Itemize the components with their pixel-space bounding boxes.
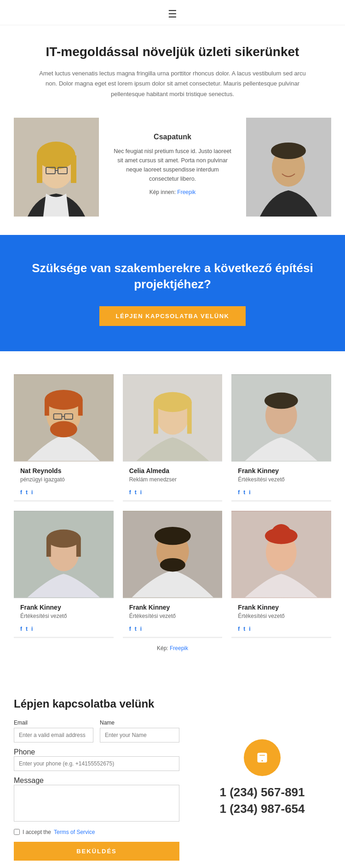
- message-label: Message: [14, 777, 44, 784]
- twitter-link-1[interactable]: t: [26, 489, 28, 496]
- svg-point-11: [271, 143, 306, 159]
- team-card-info-2: Celia Almeda Reklám menedzser: [123, 462, 223, 489]
- team-social-1: f t i: [14, 489, 114, 500]
- svg-rect-15: [45, 400, 49, 415]
- contact-form-column: Lépjen kapcsolatba velünk Email Name Pho…: [14, 697, 179, 861]
- twitter-link-2[interactable]: t: [135, 489, 137, 496]
- instagram-link-5[interactable]: i: [140, 626, 142, 632]
- team-card-photo-6: [231, 511, 331, 598]
- team-card-photo-4: [14, 511, 114, 598]
- header: ☰: [0, 0, 345, 25]
- team-intro-photo-right: [246, 118, 331, 217]
- terms-link[interactable]: Terms of Service: [54, 829, 95, 835]
- twitter-link-6[interactable]: t: [243, 626, 245, 632]
- team-source-link[interactable]: Freepik: [177, 189, 196, 195]
- facebook-link-6[interactable]: f: [238, 626, 240, 632]
- svg-rect-4: [37, 155, 42, 183]
- contact-heading: Lépjen kapcsolatba velünk: [14, 697, 179, 710]
- name-group: Name: [100, 720, 179, 742]
- phone-icon-circle: [244, 739, 281, 776]
- team-card-6: Frank Kinney Értékesítési vezető f t i: [231, 511, 331, 638]
- team-source-credit: Kép: Freepik: [14, 638, 331, 665]
- twitter-link-4[interactable]: t: [26, 626, 28, 632]
- instagram-link-2[interactable]: i: [140, 489, 142, 496]
- menu-icon[interactable]: ☰: [168, 8, 177, 20]
- team-card-photo-5: [123, 511, 223, 598]
- contact-section: Lépjen kapcsolatba velünk Email Name Pho…: [0, 679, 345, 868]
- email-input[interactable]: [14, 728, 93, 742]
- team-role-3: Értékesítési vezető: [238, 476, 325, 483]
- team-name-5: Frank Kinney: [129, 604, 216, 611]
- svg-point-14: [45, 390, 83, 410]
- submit-button[interactable]: BEKÜLDÉS: [14, 842, 179, 861]
- phone-input[interactable]: [14, 756, 179, 771]
- team-name-1: Nat Reynolds: [20, 467, 107, 474]
- facebook-link-5[interactable]: f: [129, 626, 131, 632]
- team-intro-section: Csapatunk Nec feugiat nisl pretium fusce…: [0, 113, 345, 235]
- team-center-heading: Csapatunk: [113, 133, 232, 141]
- facebook-link-1[interactable]: f: [20, 489, 22, 496]
- team-role-6: Értékesítési vezető: [238, 613, 325, 619]
- twitter-link-5[interactable]: t: [135, 626, 137, 632]
- team-social-3: f t i: [231, 489, 331, 500]
- team-card-info-6: Frank Kinney Értékesítési vezető: [231, 598, 331, 626]
- svg-point-17: [50, 421, 77, 437]
- team-center-description: Nec feugiat nisl pretium fusce id. Justo…: [113, 147, 232, 183]
- message-input[interactable]: [14, 785, 179, 822]
- team-card-photo-1: [14, 374, 114, 462]
- team-name-4: Frank Kinney: [20, 604, 107, 611]
- facebook-link-4[interactable]: f: [20, 626, 22, 632]
- svg-point-41: [271, 524, 291, 544]
- team-center-text: Csapatunk Nec feugiat nisl pretium fusce…: [99, 124, 246, 211]
- team-role-5: Értékesítési vezető: [129, 613, 216, 619]
- team-card-photo-2: [123, 374, 223, 462]
- team-social-4: f t i: [14, 626, 114, 637]
- team-card-info-4: Frank Kinney Értékesítési vezető: [14, 598, 114, 626]
- svg-rect-25: [187, 402, 192, 434]
- team-source-link[interactable]: Freepik: [170, 645, 188, 651]
- team-intro-photo-left: [14, 118, 99, 217]
- instagram-link-3[interactable]: i: [249, 489, 250, 496]
- svg-point-36: [155, 527, 191, 545]
- team-role-2: Reklám menedzser: [129, 476, 216, 483]
- team-social-6: f t i: [231, 626, 331, 637]
- team-center-source: Kép innen: Freepik: [113, 188, 232, 197]
- team-card-info-5: Frank Kinney Értékesítési vezető: [123, 598, 223, 626]
- hero-title: IT-megoldással növeljük üzleti sikerünke…: [37, 44, 308, 60]
- svg-rect-5: [71, 155, 76, 183]
- svg-point-37: [160, 558, 185, 572]
- team-card-info-3: Frank Kinney Értékesítési vezető: [231, 462, 331, 489]
- phone-group: Phone: [14, 748, 179, 771]
- team-section: Nat Reynolds pénzügyi igazgató f t i: [0, 351, 345, 679]
- checkbox-text: I accept the: [23, 829, 51, 835]
- svg-rect-42: [260, 753, 264, 754]
- instagram-link-4[interactable]: i: [31, 626, 33, 632]
- team-name-6: Frank Kinney: [238, 604, 325, 611]
- facebook-link-3[interactable]: f: [238, 489, 240, 496]
- name-input[interactable]: [100, 728, 179, 742]
- contact-info-column: 1 (234) 567-891 1 (234) 987-654: [193, 697, 331, 861]
- team-card-3: Frank Kinney Értékesítési vezető f t i: [231, 374, 331, 502]
- hero-description: Amet luctus venenatis lectus magna fring…: [37, 69, 308, 99]
- svg-rect-24: [154, 402, 158, 434]
- phone-number-2: 1 (234) 987-654: [219, 802, 305, 816]
- team-name-3: Frank Kinney: [238, 467, 325, 474]
- instagram-link-6[interactable]: i: [249, 626, 250, 632]
- terms-checkbox[interactable]: [14, 829, 20, 835]
- team-card-4: Frank Kinney Értékesítési vezető f t i: [14, 511, 114, 638]
- svg-point-23: [154, 392, 192, 412]
- facebook-link-2[interactable]: f: [129, 489, 131, 496]
- twitter-link-3[interactable]: t: [243, 489, 245, 496]
- message-group: Message: [14, 777, 179, 823]
- cta-button[interactable]: LÉPJEN KAPCSOLATBA VELÜNK: [99, 306, 246, 326]
- svg-rect-32: [46, 538, 51, 556]
- svg-point-31: [46, 530, 81, 548]
- phone-icon: [254, 749, 270, 766]
- cta-heading: Szüksége van szakemberekre a következő é…: [28, 260, 317, 292]
- instagram-link-1[interactable]: i: [31, 489, 33, 496]
- team-card-photo-3: [231, 374, 331, 462]
- email-label: Email: [14, 720, 93, 726]
- team-grid-row1: Nat Reynolds pénzügyi igazgató f t i: [14, 374, 331, 638]
- phone-label: Phone: [14, 748, 35, 756]
- form-row-email-name: Email Name: [14, 720, 179, 742]
